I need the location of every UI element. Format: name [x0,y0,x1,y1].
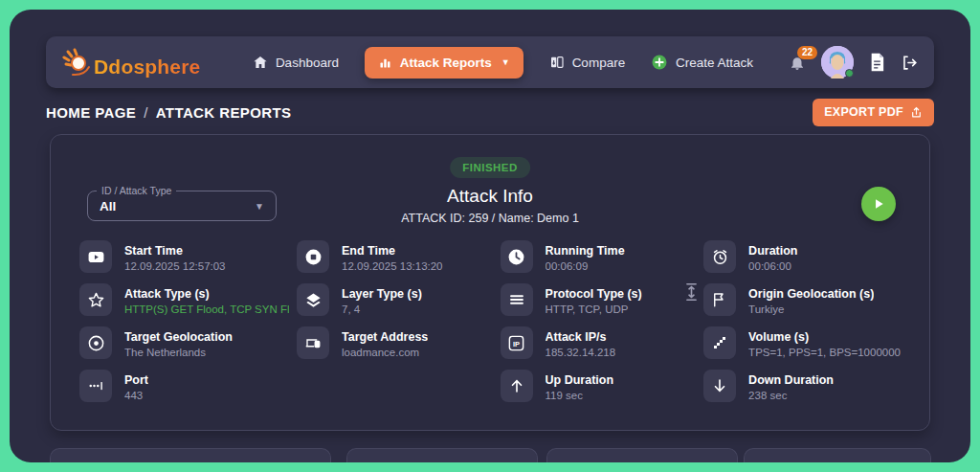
menu-lines-icon [501,283,533,316]
comet-hand-logo-icon [59,46,92,79]
ip-icon: IP [501,326,533,359]
info-end-time: End Time12.09.2025 13:13:20 [297,240,493,273]
nav-create-attack[interactable]: Create Attack [651,54,753,71]
export-pdf-button[interactable]: EXPORT PDF [813,99,934,126]
nav-attack-reports-label: Attack Reports [400,56,492,70]
alarm-clock-icon [703,240,736,273]
info-down-duration: Down Duration238 sec [703,370,901,402]
info-layer-type: Layer Type (s)7, 4 [297,283,493,316]
info-protocol-type: Protocol Type (s)HTTP, TCP, UDP [501,283,697,316]
nav-dashboard[interactable]: Dashboard [253,55,339,70]
navbar: Ddosphere Dashboard [46,36,934,88]
breadcrumb-separator: / [144,104,148,121]
info-duration: Duration00:06:00 [703,240,901,273]
height-resize-icon[interactable] [684,281,699,303]
info-empty-cell [297,370,493,402]
play-attack-button[interactable] [861,187,896,221]
info-port: Port443 [79,370,289,402]
info-up-duration: Up Duration119 sec [501,370,697,402]
compare-icon [549,55,565,70]
breadcrumb-current: ATTACK REPORTS [156,104,292,121]
devices-icon [297,326,329,359]
breadcrumb-home[interactable]: HOME PAGE [46,104,136,121]
clock-icon [501,240,533,273]
flag-icon [703,283,736,316]
app-page: Ddosphere Dashboard [10,10,970,462]
online-status-dot [845,69,854,78]
breadcrumb-row: HOME PAGE / ATTACK REPORTS EXPORT PDF [46,98,934,126]
bottom-card-3[interactable] [546,448,738,462]
status-badge: FINISHED [450,157,530,178]
select-caret-icon: ▼ [255,201,264,212]
arrow-down-icon [703,370,736,402]
nav-create-attack-label: Create Attack [676,56,753,70]
play-box-icon [79,240,112,273]
nav-compare[interactable]: Compare [549,55,626,70]
target-icon [79,326,112,359]
info-origin-geolocation: Origin Geolocation (s)Turkiye [703,283,901,316]
bottom-card-1[interactable] [50,448,331,462]
svg-text:IP: IP [513,339,520,348]
home-icon [253,55,268,70]
stairs-icon [703,326,736,359]
attack-info-card: FINISHED Attack Info ATTACK ID: 259 / Na… [50,134,930,431]
info-attack-ip: IP Attack IP/s185.32.14.218 [501,326,697,359]
info-running-time: Running Time00:06:09 [501,240,697,273]
attack-filter-label: ID / Attack Type [97,185,176,196]
star-icon [79,283,112,316]
export-share-icon [910,105,923,120]
nav-dashboard-label: Dashboard [276,56,339,70]
nav-right-cluster: 22 [789,46,919,79]
info-volume: Volume (s)TPS=1, PPS=1, BPS=1000000 [703,326,901,359]
play-icon [872,197,885,211]
export-pdf-label: EXPORT PDF [824,105,903,119]
chevron-down-icon: ▼ [501,57,510,67]
avatar[interactable] [821,46,854,79]
bar-chart-icon [378,56,392,70]
arrow-up-icon [501,370,533,402]
brand-logo[interactable]: Ddosphere [59,46,217,79]
breadcrumb: HOME PAGE / ATTACK REPORTS [46,104,291,121]
bottom-card-4[interactable] [744,448,931,462]
notification-badge: 22 [797,46,817,59]
notifications-button[interactable]: 22 [789,54,806,72]
document-icon[interactable] [869,53,885,72]
layers-icon [297,283,329,316]
brand-name: Ddosphere [94,56,201,79]
info-start-time: Start Time12.09.2025 12:57:03 [79,240,289,273]
logout-icon[interactable] [901,54,919,72]
port-dots-icon [79,370,112,402]
attack-filter-select[interactable]: ID / Attack Type All ▼ [87,191,277,221]
nav-links: Dashboard Attack Reports ▼ [217,47,789,79]
info-target-address: Target Addressloadmance.com [297,326,493,359]
attack-info-grid: Start Time12.09.2025 12:57:03 End Time12… [79,240,901,402]
nav-attack-reports[interactable]: Attack Reports ▼ [365,47,523,79]
stop-circle-icon [297,240,329,273]
info-target-geolocation: Target GeolocationThe Netherlands [79,326,289,359]
info-attack-type: Attack Type (s)HTTP(S) GET Flood, TCP SY… [79,283,289,316]
attack-filter-value: All [100,199,116,214]
plus-circle-icon [651,54,668,71]
nav-compare-label: Compare [572,56,626,70]
bottom-card-2[interactable] [346,448,538,462]
